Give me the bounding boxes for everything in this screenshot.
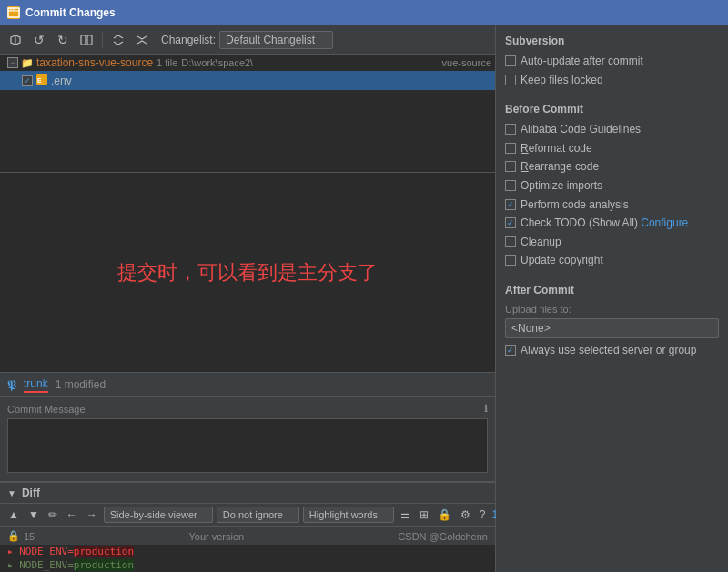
optimize-checkbox[interactable] <box>505 180 516 191</box>
diff-row-added: ▸ NODE_ENV=production <box>0 558 495 572</box>
refresh-button[interactable]: ↻ <box>53 30 73 50</box>
show-diff-button[interactable] <box>76 30 96 50</box>
diff-up-button[interactable]: ▲ <box>5 507 22 523</box>
title-bar: Commit Changes <box>0 0 728 25</box>
upload-dropdown[interactable]: <None> <box>505 318 719 338</box>
folder-icon: 📁 <box>21 57 34 69</box>
check-todo-label: Check TODO (Show All) Configure <box>521 216 688 231</box>
always-use-label: Always use selected server or group <box>521 344 696 358</box>
perform-checkbox[interactable]: ✓ <box>505 199 516 210</box>
before-commit-title: Before Commit <box>505 103 719 115</box>
configure-link[interactable]: Configure <box>641 216 688 229</box>
keep-files-locked-label: Keep files locked <box>521 74 603 88</box>
branch-name[interactable]: trunk <box>24 377 48 393</box>
diff-line-count: 15 <box>24 531 35 542</box>
optimize-row: Optimize imports <box>505 179 719 194</box>
ignore-dropdown[interactable]: Do not ignore <box>217 507 299 523</box>
collapse-button[interactable] <box>132 30 152 50</box>
toolbar-separator <box>102 32 103 48</box>
diff-footer: 🔒 15 Your version CSDN @Goldchenn <box>0 527 495 545</box>
reformat-checkbox[interactable] <box>505 143 516 154</box>
root-tag: vue-source <box>442 57 491 68</box>
right-panel: Subversion Auto-update after commit Keep… <box>496 25 728 572</box>
auto-update-label: Auto-update after commit <box>521 55 643 69</box>
auto-update-checkbox[interactable] <box>505 55 516 66</box>
root-checkbox[interactable]: − <box>7 57 18 68</box>
move-to-another-changelist-button[interactable] <box>5 30 25 50</box>
commit-label: Commit Message ℹ <box>7 403 488 415</box>
diff-align-button[interactable]: ⚌ <box>398 507 413 523</box>
optimize-label: Optimize imports <box>521 179 602 194</box>
alibaba-row: Alibaba Code Guidelines <box>505 123 719 137</box>
diff-title: Diff <box>22 487 40 499</box>
update-copyright-label: Update copyright <box>521 254 603 268</box>
annotation-area: 提交时，可以看到是主分支了 <box>0 173 495 372</box>
annotation-text: 提交时，可以看到是主分支了 <box>117 259 378 286</box>
subversion-title: Subversion <box>505 35 719 47</box>
root-folder-name: taxation-sns-vue-source <box>36 56 153 69</box>
section-separator-1 <box>505 95 719 95</box>
alibaba-checkbox[interactable] <box>505 124 516 135</box>
keep-files-locked-checkbox[interactable] <box>505 75 516 85</box>
perform-row: ✓ Perform code analysis <box>505 198 719 213</box>
branch-modified[interactable]: 1 modified <box>56 378 106 391</box>
expand-button[interactable] <box>108 30 128 50</box>
commit-info-icon[interactable]: ℹ <box>484 403 488 415</box>
cleanup-checkbox[interactable] <box>505 236 516 247</box>
left-panel: ↺ ↻ <box>0 25 496 572</box>
reformat-row: Reformat code <box>505 142 719 156</box>
keep-files-locked-row: Keep files locked <box>505 74 719 88</box>
title-icon <box>7 6 20 19</box>
after-commit-section: After Commit Upload files to: <None> ✓ A… <box>505 284 719 358</box>
diff-back-button[interactable]: ← <box>64 507 80 523</box>
commit-section: Commit Message ℹ <box>0 397 495 482</box>
always-use-row: ✓ Always use selected server or group <box>505 344 719 358</box>
reformat-label: Reformat code <box>521 142 592 156</box>
branch-icon: 𝕻 <box>7 377 16 393</box>
diff-collapse-button[interactable]: ▼ <box>7 488 16 498</box>
diff-edit-button[interactable]: ✏ <box>46 507 60 523</box>
update-copyright-checkbox[interactable] <box>505 255 516 266</box>
svg-rect-6 <box>87 35 92 45</box>
diff-settings-button[interactable]: ⚙ <box>458 507 473 523</box>
diff-help-button[interactable]: ? <box>477 507 489 523</box>
diff-forward-button[interactable]: → <box>84 507 100 523</box>
diff-header: ▼ Diff <box>0 483 495 504</box>
auto-update-row: Auto-update after commit <box>505 55 719 69</box>
rearrange-checkbox[interactable] <box>505 161 516 172</box>
undo-button[interactable]: ↺ <box>29 30 49 50</box>
rearrange-row: Rearrange code <box>505 160 719 175</box>
root-meta: 1 file <box>157 57 177 68</box>
diff-down-button[interactable]: ▼ <box>25 507 42 523</box>
check-todo-row: ✓ Check TODO (Show All) Configure <box>505 216 719 231</box>
env-checkbox[interactable]: ✓ <box>22 75 33 86</box>
env-file-name: .env <box>51 75 72 87</box>
cleanup-label: Cleanup <box>521 236 561 250</box>
after-commit-title: After Commit <box>505 284 719 296</box>
branch-bar: 𝕻 trunk 1 modified <box>0 372 495 397</box>
diff-toolbar: ▲ ▼ ✏ ← → Side-by-side viewer Do not ign… <box>0 504 495 527</box>
diff-footer-left: 🔒 15 <box>7 530 35 542</box>
diff-lock-button[interactable]: 🔒 <box>435 507 454 523</box>
perform-label: Perform code analysis <box>521 198 629 213</box>
file-tree: − 📁 taxation-sns-vue-source 1 file D:\wo… <box>0 55 495 173</box>
diff-section: ▼ Diff ▲ ▼ ✏ ← → Side-by-side viewer <box>0 482 495 572</box>
cleanup-row: Cleanup <box>505 236 719 250</box>
changelist-dropdown[interactable]: Default Changelist <box>219 31 333 49</box>
root-path: D:\work\space2\ <box>181 57 253 68</box>
rearrange-label: Rearrange code <box>521 160 599 175</box>
changelist-label: Changelist: <box>161 34 216 46</box>
env-file-icon: E <box>35 73 48 88</box>
highlight-dropdown[interactable]: Highlight words <box>303 507 394 523</box>
diff-row-removed: ▸ NODE_ENV=production <box>0 545 495 558</box>
tree-row-root[interactable]: − 📁 taxation-sns-vue-source 1 file D:\wo… <box>0 55 495 71</box>
always-use-checkbox[interactable]: ✓ <box>505 345 516 356</box>
check-todo-checkbox[interactable]: ✓ <box>505 217 516 228</box>
commit-textarea[interactable] <box>7 418 488 473</box>
diff-footer-right: CSDN @Goldchenn <box>398 531 488 542</box>
alibaba-label: Alibaba Code Guidelines <box>521 123 641 137</box>
tree-row-env[interactable]: ✓ E .env <box>0 71 495 90</box>
diff-footer-center: Your version <box>188 531 244 542</box>
diff-collapse-lines-button[interactable]: ⊞ <box>417 507 431 523</box>
viewer-dropdown[interactable]: Side-by-side viewer <box>104 507 213 523</box>
